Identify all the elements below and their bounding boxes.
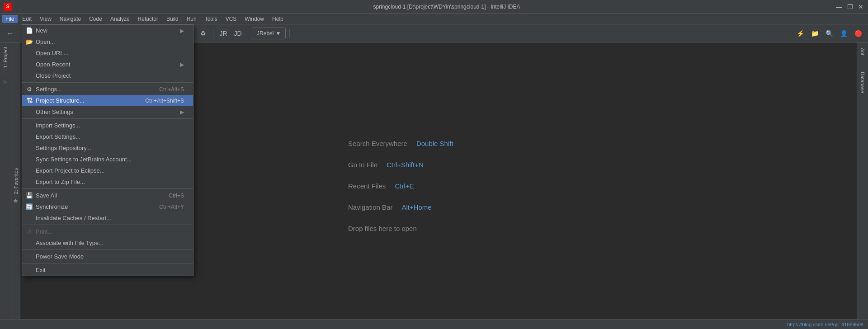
menu-item-project-structure[interactable]: 🏗 Project Structure... Ctrl+Alt+Shift+S bbox=[22, 95, 193, 106]
menu-item-new[interactable]: 📄 New ▶ bbox=[22, 25, 193, 36]
menu-item-print: 🖨 Print... bbox=[22, 226, 193, 237]
toolbar-separator-4 bbox=[213, 29, 213, 38]
menu-divider-6 bbox=[22, 263, 193, 263]
minimize-button[interactable]: — bbox=[835, 3, 843, 10]
ant-tab[interactable]: Ant bbox=[858, 44, 867, 59]
favorites-tab-label[interactable]: 2: Favorites bbox=[12, 165, 19, 197]
menu-divider-5 bbox=[22, 249, 193, 250]
menu-item-synchronize-shortcut: Ctrl+Alt+Y bbox=[159, 204, 184, 210]
menu-file[interactable]: File bbox=[2, 15, 18, 23]
menu-help[interactable]: Help bbox=[269, 15, 287, 23]
menu-item-open-url[interactable]: Open URL... bbox=[22, 47, 193, 59]
menu-divider-1 bbox=[22, 82, 193, 83]
statusbar-url[interactable]: https://blog.csdn.net/qq_41889508 bbox=[787, 322, 863, 327]
menubar: File Edit View Navigate Code Analyze Ref… bbox=[0, 14, 868, 24]
menu-divider-3 bbox=[22, 188, 193, 189]
jrebel-rebel-button[interactable]: JR bbox=[217, 27, 230, 40]
menu-item-export-zip-label: Export to Zip File... bbox=[36, 179, 184, 185]
menu-item-exit[interactable]: Exit bbox=[22, 264, 193, 276]
menu-item-invalidate-caches[interactable]: Invalidate Caches / Restart... bbox=[22, 212, 193, 224]
project-panel: 1: Project ▷ bbox=[0, 42, 11, 329]
menu-view[interactable]: View bbox=[36, 15, 55, 23]
menu-refactor[interactable]: Refactor bbox=[134, 15, 162, 23]
right-sidebar: Ant Database bbox=[857, 42, 868, 329]
menu-code[interactable]: Code bbox=[85, 15, 106, 23]
jrebel-debug-button[interactable]: JD bbox=[231, 27, 244, 40]
menu-item-other-settings[interactable]: Other Settings ▶ bbox=[22, 106, 193, 118]
menu-item-settings-label: Settings... bbox=[36, 86, 150, 93]
menu-item-save-all[interactable]: 💾 Save All Ctrl+S bbox=[22, 190, 193, 201]
menu-run[interactable]: Run bbox=[183, 15, 200, 23]
menu-item-open-label: Open... bbox=[36, 38, 184, 45]
update-button[interactable]: ⚡ bbox=[794, 27, 807, 40]
menu-item-settings-repo[interactable]: Settings Repository... bbox=[22, 142, 193, 154]
jrebel-label: JRebel bbox=[257, 30, 274, 37]
menu-item-import-settings-label: Import Settings... bbox=[36, 122, 184, 129]
notification-button[interactable]: 🔴 bbox=[852, 27, 864, 40]
jrebel-dropdown[interactable]: JRebel ▼ bbox=[252, 28, 286, 39]
menu-item-export-settings[interactable]: Export Settings... bbox=[22, 131, 193, 142]
hint-navigation-bar-key: Alt+Home bbox=[401, 203, 431, 211]
open-icon: 📂 bbox=[26, 38, 33, 46]
menu-item-export-zip[interactable]: Export to Zip File... bbox=[22, 176, 193, 188]
close-button[interactable]: ✕ bbox=[857, 3, 864, 10]
menu-item-associate-filetype[interactable]: Associate with File Type... bbox=[22, 237, 193, 249]
menu-item-close-project[interactable]: Close Project bbox=[22, 70, 193, 81]
app-icon: S bbox=[4, 3, 12, 11]
menu-navigate[interactable]: Navigate bbox=[56, 15, 85, 23]
hint-recent-files-label: Recent Files bbox=[348, 182, 386, 190]
titlebar: S springcloud-1 [D:\project\WDYin\spring… bbox=[0, 0, 868, 14]
hint-recent-files: Recent Files Ctrl+E bbox=[348, 182, 529, 190]
project-view-button[interactable]: 📁 bbox=[808, 27, 821, 40]
hint-search-everywhere-label: Search Everywhere bbox=[348, 140, 407, 147]
other-settings-arrow-icon: ▶ bbox=[180, 109, 184, 115]
project-collapse-button[interactable]: ▷ bbox=[3, 77, 8, 86]
search-everywhere-button[interactable]: 🔍 bbox=[823, 27, 835, 40]
menu-item-close-project-label: Close Project bbox=[36, 72, 184, 79]
menu-item-export-eclipse-label: Export Project to Eclipse... bbox=[36, 167, 184, 174]
menu-item-import-settings[interactable]: Import Settings... bbox=[22, 120, 193, 131]
menu-item-export-settings-label: Export Settings... bbox=[36, 133, 184, 140]
file-dropdown-menu: 📄 New ▶ 📂 Open... Open URL... Open Recen… bbox=[22, 24, 193, 276]
menu-item-settings-repo-label: Settings Repository... bbox=[36, 145, 184, 151]
menu-item-settings-shortcut: Ctrl+Alt+S bbox=[159, 86, 184, 93]
nav-back-button[interactable]: ← bbox=[4, 27, 16, 40]
menu-vcs[interactable]: VCS bbox=[222, 15, 241, 23]
hint-search-everywhere-key: Double Shift bbox=[416, 140, 453, 147]
project-tab-label[interactable]: 1: Project bbox=[2, 44, 9, 70]
menu-divider-4 bbox=[22, 225, 193, 225]
menu-tools[interactable]: Tools bbox=[201, 15, 221, 23]
menu-item-settings[interactable]: ⚙ Settings... Ctrl+Alt+S bbox=[22, 84, 193, 95]
window-controls: — ❐ ✕ bbox=[835, 3, 864, 10]
database-tab[interactable]: Database bbox=[858, 68, 867, 97]
window-title: springcloud-1 [D:\project\WDYin\springcl… bbox=[58, 4, 835, 10]
user-icon[interactable]: 👤 bbox=[837, 27, 850, 40]
jrebel-arrow-icon: ▼ bbox=[275, 30, 281, 37]
menu-item-open-recent[interactable]: Open Recent ▶ bbox=[22, 59, 193, 70]
settings-icon: ⚙ bbox=[26, 86, 33, 93]
menu-build[interactable]: Build bbox=[163, 15, 182, 23]
save-icon: 💾 bbox=[26, 192, 33, 199]
menu-item-sync-settings[interactable]: Sync Settings to JetBrains Account... bbox=[22, 154, 193, 165]
menu-item-open[interactable]: 📂 Open... bbox=[22, 36, 193, 47]
menu-item-exit-label: Exit bbox=[36, 267, 184, 273]
maximize-button[interactable]: ❐ bbox=[846, 3, 854, 10]
menu-window[interactable]: Window bbox=[241, 15, 268, 23]
menu-item-synchronize-label: Synchronize bbox=[36, 203, 150, 210]
new-icon: 📄 bbox=[26, 27, 33, 34]
open-recent-arrow-icon: ▶ bbox=[180, 61, 184, 68]
menu-item-synchronize[interactable]: 🔄 Synchronize Ctrl+Alt+Y bbox=[22, 201, 193, 212]
hint-drop-files-label: Drop files here to open bbox=[348, 225, 417, 232]
menu-edit[interactable]: Edit bbox=[19, 15, 35, 23]
sync-icon: 🔄 bbox=[26, 203, 33, 211]
menu-item-power-save[interactable]: Power Save Mode bbox=[22, 251, 193, 262]
menu-item-print-label: Print... bbox=[36, 228, 184, 235]
menu-item-export-eclipse[interactable]: Export Project to Eclipse... bbox=[22, 165, 193, 176]
menu-item-save-all-label: Save All bbox=[36, 192, 160, 199]
menu-analyze[interactable]: Analyze bbox=[107, 15, 133, 23]
menu-item-other-settings-label: Other Settings bbox=[36, 108, 180, 115]
rebuild-button[interactable]: ♻ bbox=[197, 27, 209, 40]
hint-drop-files: Drop files here to open bbox=[348, 225, 529, 232]
hint-navigation-bar-label: Navigation Bar bbox=[348, 203, 392, 211]
hint-navigation-bar: Navigation Bar Alt+Home bbox=[348, 203, 529, 211]
